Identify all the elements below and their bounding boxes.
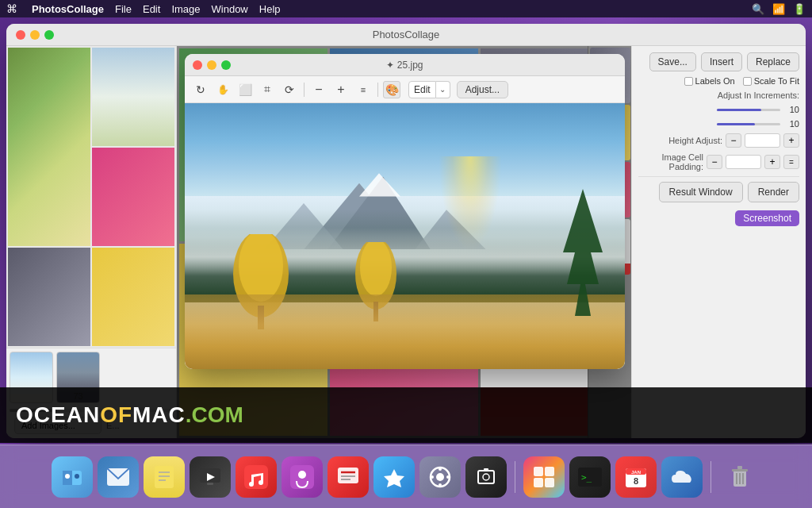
color-tool[interactable]: 🎨 — [383, 81, 400, 98]
scale-to-fit-label: Scale To Fit — [754, 76, 799, 86]
editor-image[interactable] — [185, 103, 625, 369]
dark-tree-right — [563, 189, 603, 316]
labels-on-checkbox[interactable] — [684, 77, 693, 86]
editor-toolbar: ↻ ✋ ⬜ ⌗ ⟳ − + ≡ 🎨 Edit ⌄ — [185, 76, 625, 103]
collage-grid — [6, 46, 176, 348]
scale-to-fit-checkbox-item[interactable]: Scale To Fit — [743, 76, 799, 86]
dock-separator — [515, 461, 515, 493]
slider-1-value: 10 — [783, 105, 799, 114]
main-window-title: PhotosCollage — [373, 29, 440, 40]
editor-close-button[interactable] — [193, 60, 202, 70]
dock-music[interactable] — [236, 456, 277, 498]
svg-rect-51 — [732, 469, 748, 471]
editor-maximize-button[interactable] — [221, 60, 231, 70]
dock-notes[interactable] — [144, 456, 185, 498]
dock-cloudmounter[interactable] — [661, 456, 703, 498]
dock-podcasts[interactable] — [282, 456, 323, 498]
labels-on-checkbox-item[interactable]: Labels On — [684, 76, 735, 86]
edit-btn-group: Edit ⌄ — [408, 81, 450, 98]
edit-select-label[interactable]: Edit — [408, 81, 436, 98]
menu-window[interactable]: Window — [212, 3, 248, 15]
slider-row-1: 10 — [638, 105, 799, 114]
result-window-button[interactable]: Result Window — [659, 182, 743, 202]
menu-edit[interactable]: Edit — [143, 3, 160, 15]
svg-rect-41 — [545, 467, 554, 476]
svg-marker-11 — [563, 189, 603, 316]
fit-button[interactable]: ≡ — [354, 80, 373, 99]
rp-action-buttons: Save... Insert Replace — [638, 52, 799, 71]
menu-image[interactable]: Image — [171, 3, 200, 15]
search-icon[interactable]: 🔍 — [752, 3, 764, 15]
edit-arrow[interactable]: ⌄ — [436, 81, 450, 98]
dock-terminal[interactable]: >_ — [569, 456, 611, 498]
pan-tool[interactable]: ✋ — [213, 80, 232, 99]
svg-rect-24 — [244, 465, 268, 489]
adjust-button[interactable]: Adjust... — [457, 81, 508, 98]
editor-popup: ✦ 25.jpg ↻ ✋ ⬜ ⌗ ⟳ − + ≡ 🎨 — [185, 54, 625, 369]
rotate-tool[interactable]: ↻ — [191, 80, 210, 99]
cell-padding-field[interactable] — [726, 155, 761, 169]
slider-2-value: 10 — [783, 119, 799, 129]
dock-news[interactable] — [327, 456, 369, 498]
editor-minimize-button[interactable] — [207, 60, 216, 70]
slider-1[interactable] — [717, 109, 780, 111]
screenshot-badge[interactable]: Screenshot — [735, 210, 799, 226]
menu-app-name[interactable]: PhotosCollage — [32, 3, 104, 15]
height-adjust-plus[interactable]: + — [783, 133, 799, 148]
save-button[interactable]: Save... — [649, 52, 696, 71]
transform-tool[interactable]: ⌗ — [258, 80, 277, 99]
collage-cell-3[interactable] — [8, 248, 90, 346]
collage-canvas[interactable] — [6, 46, 176, 348]
dock-finder[interactable] — [52, 456, 93, 498]
close-button[interactable] — [16, 30, 25, 40]
height-adjust-field[interactable] — [745, 133, 780, 148]
crop-tool[interactable]: ⬜ — [236, 80, 255, 99]
replace-button[interactable]: Replace — [747, 52, 799, 71]
height-adjust-row: Height Adjust: − + — [638, 133, 799, 148]
dock-trash[interactable] — [719, 456, 760, 498]
menubar-right: 🔍 📶 🔋 — [752, 3, 806, 15]
rp-divider — [638, 176, 799, 177]
dock-sysprefs[interactable] — [419, 456, 461, 498]
collage-cell-2[interactable] — [92, 48, 174, 146]
cell-padding-equals[interactable]: = — [783, 155, 799, 169]
zoom-out-button[interactable]: − — [309, 80, 328, 99]
svg-rect-39 — [484, 468, 488, 471]
collage-cell-5[interactable] — [92, 148, 174, 246]
refresh-tool[interactable]: ⟳ — [280, 80, 299, 99]
height-adjust-minus[interactable]: − — [726, 133, 741, 148]
dock-appstore[interactable] — [373, 456, 415, 498]
svg-rect-23 — [207, 483, 213, 485]
svg-text:>_: >_ — [581, 472, 592, 483]
dock-screenshot[interactable] — [465, 456, 507, 498]
toolbar-separator-1 — [304, 83, 304, 97]
render-button[interactable]: Render — [748, 182, 799, 202]
left-panel: 73 Add Images... E... 76 images — [6, 46, 177, 438]
insert-button[interactable]: Insert — [701, 52, 742, 71]
svg-point-32 — [436, 473, 444, 481]
menubar: ⌘ PhotosCollage File Edit Image Window H… — [0, 0, 812, 17]
editor-titlebar: ✦ 25.jpg — [185, 54, 625, 76]
slider-row-2: 10 — [638, 119, 799, 129]
cell-padding-plus[interactable]: + — [764, 155, 780, 169]
minimize-button[interactable] — [30, 30, 40, 40]
dock-photoscollage[interactable] — [523, 456, 565, 498]
dock-mail[interactable] — [98, 456, 139, 498]
collage-cell-4[interactable] — [92, 248, 174, 346]
scale-to-fit-checkbox[interactable] — [743, 77, 752, 86]
watermark-mac: MAC — [132, 402, 186, 428]
dock-fantastical[interactable]: JAN8 — [615, 456, 657, 498]
zoom-in-button[interactable]: + — [331, 80, 350, 99]
svg-text:8: 8 — [634, 476, 638, 486]
svg-point-34 — [439, 483, 442, 487]
menu-file[interactable]: File — [115, 3, 132, 15]
dock-separator-2 — [710, 461, 711, 493]
svg-point-14 — [65, 474, 70, 479]
slider-2[interactable] — [717, 123, 780, 125]
apple-logo-icon[interactable]: ⌘ — [6, 2, 17, 15]
menu-help[interactable]: Help — [259, 3, 281, 15]
maximize-button[interactable] — [44, 30, 54, 40]
cell-padding-minus[interactable]: − — [707, 155, 722, 169]
collage-cell-1[interactable] — [8, 48, 90, 246]
dock-appletv[interactable] — [190, 456, 231, 498]
